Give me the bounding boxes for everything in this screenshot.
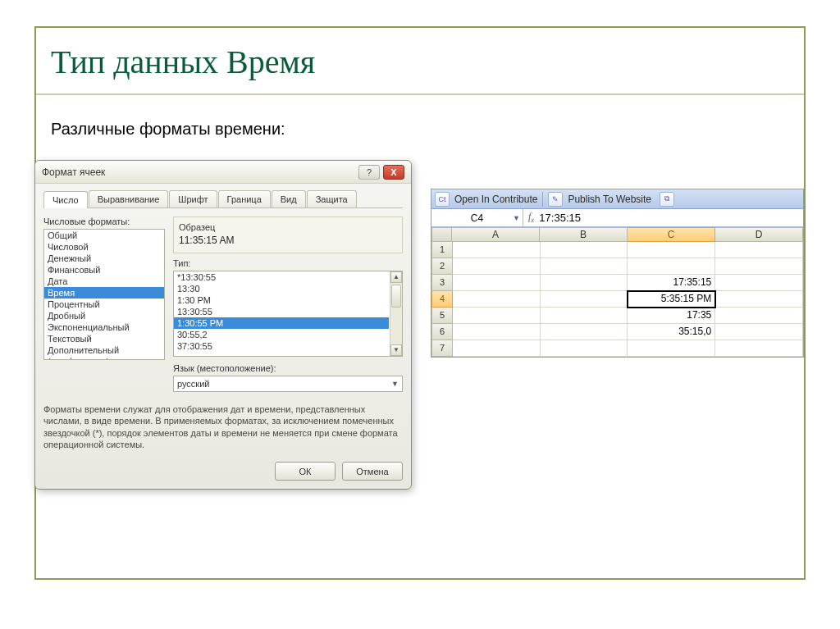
- format-description: Форматы времени служат для отображения д…: [43, 403, 403, 450]
- dialog-title: Формат ячеек: [42, 166, 355, 178]
- format-category-item[interactable]: Общий: [44, 230, 164, 241]
- grid-cell[interactable]: [541, 340, 628, 357]
- grid-cell[interactable]: [628, 242, 715, 258]
- chevron-down-icon[interactable]: ▼: [513, 214, 520, 222]
- dialog-titlebar[interactable]: Формат ячеек ? X: [35, 161, 411, 184]
- cancel-button[interactable]: Отмена: [342, 462, 403, 481]
- type-format-item[interactable]: *13:30:55: [174, 271, 389, 283]
- locale-value: русский: [177, 379, 209, 389]
- formats-label: Числовые форматы:: [43, 217, 165, 226]
- scroll-up-icon[interactable]: ▲: [390, 271, 402, 283]
- grid-cell[interactable]: [453, 340, 541, 357]
- format-category-item[interactable]: Процентный: [44, 299, 164, 310]
- row-header[interactable]: 2: [431, 258, 453, 275]
- format-category-item[interactable]: Экспоненциальный: [44, 321, 164, 333]
- grid-cell[interactable]: [453, 242, 541, 258]
- grid-cell[interactable]: [715, 258, 803, 275]
- grid-cell[interactable]: [541, 258, 628, 275]
- scroll-thumb[interactable]: [391, 285, 401, 308]
- grid-cell[interactable]: [453, 275, 541, 291]
- close-button[interactable]: X: [383, 165, 404, 180]
- format-category-item[interactable]: Дата: [44, 276, 164, 287]
- format-category-item[interactable]: Финансовый: [44, 264, 164, 276]
- format-category-item[interactable]: Дополнительный: [44, 344, 164, 356]
- grid-cell[interactable]: [715, 275, 803, 291]
- type-format-item[interactable]: 13:30: [174, 283, 389, 294]
- grid-cell[interactable]: [715, 308, 803, 324]
- type-label: Тип:: [173, 258, 403, 268]
- row-header[interactable]: 6: [431, 324, 453, 340]
- grid-cell[interactable]: [453, 258, 541, 275]
- type-listbox[interactable]: *13:30:5513:301:30 PM13:30:551:30:55 PM3…: [173, 271, 403, 357]
- row-header[interactable]: 3: [431, 275, 453, 291]
- grid-cell[interactable]: [715, 291, 803, 308]
- type-format-item[interactable]: 37:30:55: [174, 340, 389, 352]
- formats-listbox[interactable]: ОбщийЧисловойДенежныйФинансовыйДатаВремя…: [43, 229, 165, 360]
- grid-cell[interactable]: [453, 308, 541, 324]
- sample-box: Образец 11:35:15 AM: [173, 217, 403, 253]
- grid-cell[interactable]: 17:35:15: [628, 275, 715, 291]
- column-header[interactable]: B: [540, 227, 628, 242]
- slide-title: Тип данных Время: [51, 43, 315, 81]
- format-category-item[interactable]: Числовой: [44, 241, 164, 253]
- chevron-down-icon: ▼: [391, 380, 399, 388]
- scroll-down-icon[interactable]: ▼: [390, 344, 402, 356]
- grid-cell[interactable]: [715, 242, 803, 258]
- contribute-ct-icon[interactable]: Ct: [435, 192, 450, 207]
- grid-cell[interactable]: [541, 275, 628, 291]
- row-header[interactable]: 7: [431, 340, 453, 357]
- tab-border[interactable]: Граница: [218, 190, 271, 207]
- format-category-item[interactable]: Денежный: [44, 253, 164, 264]
- grid-cell[interactable]: [541, 242, 628, 258]
- grid-cell[interactable]: 17:35: [628, 308, 715, 324]
- grid-cell[interactable]: [628, 340, 715, 357]
- column-header[interactable]: A: [452, 227, 540, 242]
- type-format-item[interactable]: 1:30:55 PM: [174, 317, 389, 329]
- grid-cell[interactable]: [628, 258, 715, 275]
- row-header[interactable]: 5: [431, 308, 453, 324]
- open-in-contribute-button[interactable]: Open In Contribute: [454, 194, 537, 205]
- locale-label: Язык (местоположение):: [173, 363, 403, 373]
- format-category-item[interactable]: (все форматы): [44, 356, 164, 360]
- row-header[interactable]: 1: [431, 242, 453, 258]
- grid-cell[interactable]: [715, 324, 803, 340]
- slide-subtitle: Различные форматы времени:: [51, 120, 285, 139]
- grid-cell[interactable]: 5:35:15 PM: [628, 291, 715, 308]
- name-box-value: C4: [471, 212, 483, 224]
- select-all-corner[interactable]: [431, 227, 452, 242]
- ok-button[interactable]: ОК: [275, 462, 336, 481]
- grid-cell[interactable]: [541, 324, 628, 340]
- dialog-tabs: Число Выравнивание Шрифт Граница Вид Защ…: [43, 190, 403, 208]
- grid-cell[interactable]: [715, 340, 803, 357]
- type-format-item[interactable]: 13:30:55: [174, 306, 389, 317]
- format-cells-dialog: Формат ячеек ? X Число Выравнивание Шриф…: [34, 160, 412, 490]
- tab-fill[interactable]: Вид: [272, 190, 306, 207]
- spreadsheet-grid[interactable]: ABCD 12317:35:1545:35:15 PM517:35635:15,…: [431, 227, 803, 357]
- name-box[interactable]: C4 ▼: [431, 209, 523, 226]
- grid-cell[interactable]: [541, 291, 628, 308]
- type-format-item[interactable]: 1:30 PM: [174, 294, 389, 306]
- fx-icon[interactable]: fx: [523, 211, 539, 224]
- locale-combobox[interactable]: русский ▼: [173, 376, 403, 392]
- toolbar-extra-icon[interactable]: ⧉: [660, 192, 674, 207]
- tab-alignment[interactable]: Выравнивание: [89, 190, 169, 207]
- formula-value[interactable]: 17:35:15: [539, 212, 581, 224]
- tab-number[interactable]: Число: [43, 191, 88, 208]
- tab-font[interactable]: Шрифт: [169, 190, 217, 207]
- tab-protection[interactable]: Защита: [307, 190, 357, 207]
- publish-to-website-button[interactable]: Publish To Website: [568, 194, 651, 205]
- grid-cell[interactable]: [541, 308, 628, 324]
- type-format-item[interactable]: 30:55,2: [174, 329, 389, 340]
- grid-cell[interactable]: 35:15,0: [628, 324, 715, 340]
- grid-cell[interactable]: [453, 324, 541, 340]
- help-button[interactable]: ?: [358, 165, 380, 180]
- grid-cell[interactable]: [453, 291, 541, 308]
- publish-icon[interactable]: ✎: [548, 192, 563, 207]
- column-header[interactable]: C: [628, 227, 715, 242]
- format-category-item[interactable]: Время: [44, 287, 164, 299]
- row-header[interactable]: 4: [431, 291, 453, 308]
- format-category-item[interactable]: Дробный: [44, 310, 164, 321]
- scrollbar[interactable]: ▲ ▼: [390, 271, 402, 356]
- format-category-item[interactable]: Текстовый: [44, 333, 164, 344]
- column-header[interactable]: D: [715, 227, 803, 242]
